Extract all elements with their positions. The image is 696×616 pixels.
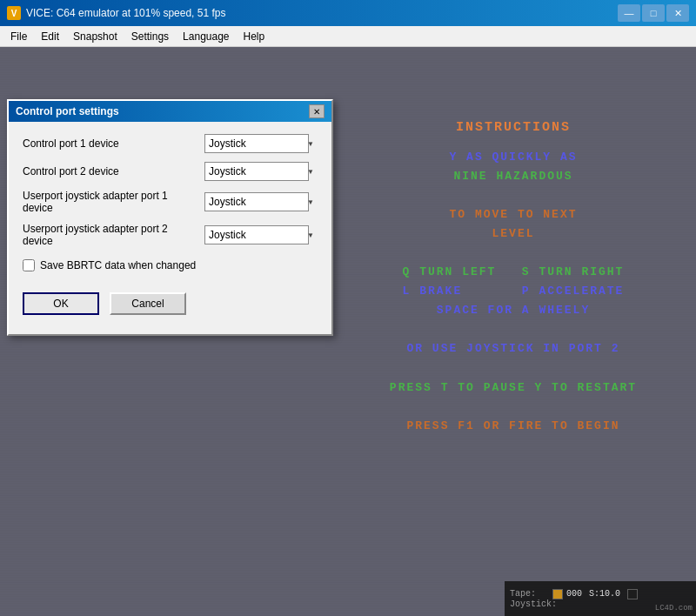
c64-screen: INSTRUCTIONS Y AS QUICKLY AS NINE HAZARD…: [0, 47, 696, 616]
menu-snapshot[interactable]: Snapshot: [66, 28, 124, 45]
window-title: VICE: C64 emulator at 101% speed, 51 fps: [26, 7, 618, 19]
userport-2-select-wrapper: Joystick Mouse None: [204, 225, 318, 244]
control-port-1-label: Control port 1 device: [23, 137, 204, 150]
save-bbrtc-label[interactable]: Save BBRTC data when changed: [40, 259, 196, 271]
maximize-button[interactable]: □: [642, 4, 665, 22]
menu-settings[interactable]: Settings: [124, 28, 176, 45]
menu-help[interactable]: Help: [237, 28, 272, 45]
dialog-close-button[interactable]: ✕: [309, 104, 325, 118]
app-icon: V: [7, 6, 21, 20]
save-bbrtc-checkbox[interactable]: [23, 259, 35, 271]
userport-2-select[interactable]: Joystick Mouse None: [204, 225, 309, 244]
save-bbrtc-row: Save BBRTC data when changed: [23, 259, 318, 271]
control-port-2-label: Control port 2 device: [23, 165, 204, 177]
title-bar: V VICE: C64 emulator at 101% speed, 51 f…: [0, 0, 696, 26]
control-port-1-select[interactable]: Joystick Mouse None: [204, 134, 309, 153]
userport-1-row: Userport joystick adapter port 1 device …: [23, 190, 318, 214]
main-content: INSTRUCTIONS Y AS QUICKLY AS NINE HAZARD…: [0, 47, 696, 616]
control-port-1-row: Control port 1 device Joystick Mouse Non…: [23, 134, 318, 153]
menu-edit[interactable]: Edit: [34, 28, 66, 45]
userport-2-label: Userport joystick adapter port 2 device: [23, 223, 204, 247]
dialog-title-bar: Control port settings ✕: [9, 101, 331, 122]
dialog-title: Control port settings: [16, 105, 309, 117]
control-port-2-select[interactable]: Joystick Mouse None: [204, 162, 309, 181]
menu-file[interactable]: File: [3, 28, 34, 45]
menu-bar: File Edit Snapshot Settings Language Hel…: [0, 26, 696, 47]
userport-2-row: Userport joystick adapter port 2 device …: [23, 223, 318, 247]
userport-1-label: Userport joystick adapter port 1 device: [23, 190, 204, 214]
minimize-button[interactable]: —: [618, 4, 640, 22]
control-port-2-row: Control port 2 device Joystick Mouse Non…: [23, 162, 318, 181]
close-button[interactable]: ✕: [666, 4, 689, 22]
cancel-button[interactable]: Cancel: [110, 292, 186, 315]
window-controls: — □ ✕: [618, 4, 689, 22]
dialog-overlay: Control port settings ✕ Control port 1 d…: [0, 47, 696, 616]
userport-1-select[interactable]: Joystick Mouse None: [204, 192, 309, 211]
control-port-dialog: Control port settings ✕ Control port 1 d…: [7, 99, 333, 336]
dialog-body: Control port 1 device Joystick Mouse Non…: [9, 122, 331, 334]
control-port-2-select-wrapper: Joystick Mouse None: [204, 162, 318, 181]
menu-language[interactable]: Language: [176, 28, 236, 45]
ok-button[interactable]: OK: [23, 292, 99, 315]
dialog-buttons: OK Cancel: [23, 289, 318, 322]
userport-1-select-wrapper: Joystick Mouse None: [204, 192, 318, 211]
control-port-1-select-wrapper: Joystick Mouse None: [204, 134, 318, 153]
